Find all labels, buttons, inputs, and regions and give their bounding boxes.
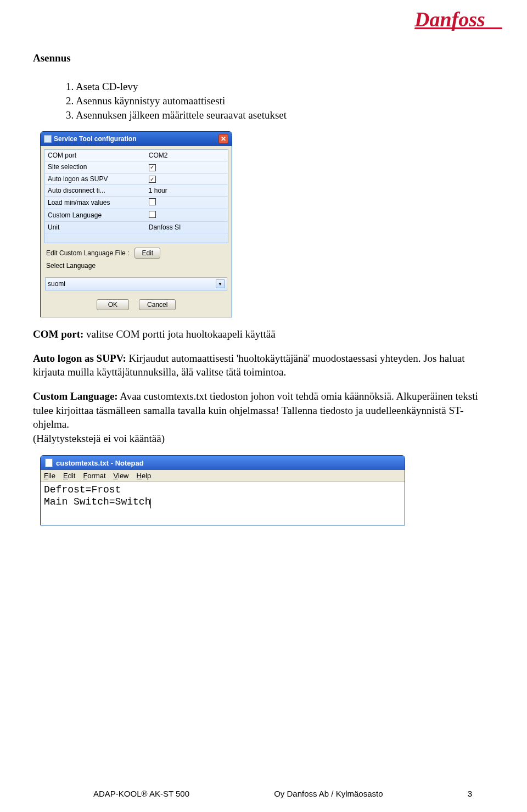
- window-title: Service Tool configuration: [54, 135, 136, 143]
- close-icon[interactable]: ✕: [218, 134, 228, 144]
- cancel-button[interactable]: Cancel: [139, 299, 176, 310]
- custom-language-label: Custom Language:: [33, 390, 118, 402]
- notepad-textarea[interactable]: Defrost=Frost Main Switch=Switch: [41, 482, 405, 524]
- menu-file[interactable]: File: [44, 472, 55, 480]
- menu-format[interactable]: Format: [83, 472, 105, 480]
- com-port-text: valitse COM portti jota huoltokaapeli kä…: [83, 328, 275, 340]
- checkbox-icon: [149, 211, 156, 218]
- footer-page-number: 3: [468, 789, 472, 798]
- list-item: 2. Asennus käynnistyy automaattisesti: [66, 95, 502, 107]
- list-item: 1. Aseta CD-levy: [66, 81, 502, 93]
- window-icon: [44, 135, 52, 143]
- edit-button[interactable]: Edit: [134, 248, 160, 259]
- table-row: Load min/max values: [44, 197, 228, 209]
- page-title: Asennus: [33, 52, 502, 64]
- notepad-menubar: File Edit Format View Help: [41, 470, 405, 482]
- language-combobox[interactable]: suomi ▼: [45, 277, 227, 290]
- edit-language-label: Edit Custom Language File :: [46, 249, 129, 257]
- table-row: Auto disconnect ti...1 hour: [44, 185, 228, 197]
- table-row: Auto logon as SUPV✓: [44, 173, 228, 185]
- service-tool-config-window: Service Tool configuration ✕ COM portCOM…: [40, 131, 232, 317]
- footer-left: ADAP-KOOL® AK-ST 500: [93, 789, 189, 798]
- notepad-icon: [45, 458, 53, 467]
- notepad-title: customtexts.txt - Notepad: [56, 459, 144, 467]
- notepad-window: customtexts.txt - Notepad File Edit Form…: [40, 455, 405, 525]
- logo-text: Danfoss: [414, 8, 485, 31]
- page-footer: ADAP-KOOL® AK-ST 500 Oy Danfoss Ab / Kyl…: [0, 789, 527, 798]
- checkbox-icon: ✓: [149, 176, 156, 183]
- install-steps-list: 1. Aseta CD-levy 2. Asennus käynnistyy a…: [66, 81, 502, 121]
- brand-logo: Danfoss: [414, 11, 502, 29]
- body-text: COM port: valitse COM portti jota huolto…: [33, 327, 494, 445]
- menu-view[interactable]: View: [114, 472, 129, 480]
- menu-edit[interactable]: Edit: [63, 472, 75, 480]
- config-table: COM portCOM2 Site selection✓ Auto logon …: [44, 149, 228, 243]
- select-language-label: Select Language: [41, 261, 232, 272]
- text-cursor: [150, 499, 151, 508]
- combobox-value: suomi: [48, 280, 65, 288]
- notepad-titlebar[interactable]: customtexts.txt - Notepad: [41, 456, 405, 470]
- table-row: Custom Language: [44, 209, 228, 222]
- table-row: COM portCOM2: [44, 150, 228, 161]
- list-item: 3. Asennuksen jälkeen määrittele seuraav…: [66, 109, 502, 121]
- alarm-note: (Hälytystekstejä ei voi kääntää): [33, 433, 165, 444]
- table-row: Site selection✓: [44, 161, 228, 173]
- footer-center: Oy Danfoss Ab / Kylmäosasto: [274, 789, 383, 798]
- table-row: [44, 233, 228, 243]
- chevron-down-icon[interactable]: ▼: [216, 279, 225, 288]
- checkbox-icon: ✓: [149, 164, 156, 171]
- table-row: UnitDanfoss SI: [44, 222, 228, 233]
- com-port-label: COM port:: [33, 328, 83, 340]
- supv-label: Auto logon as SUPV:: [33, 352, 126, 364]
- window-titlebar[interactable]: Service Tool configuration ✕: [41, 132, 232, 146]
- menu-help[interactable]: Help: [137, 472, 152, 480]
- edit-language-row: Edit Custom Language File : Edit: [41, 243, 232, 261]
- ok-button[interactable]: OK: [97, 299, 129, 310]
- checkbox-icon: [149, 198, 156, 205]
